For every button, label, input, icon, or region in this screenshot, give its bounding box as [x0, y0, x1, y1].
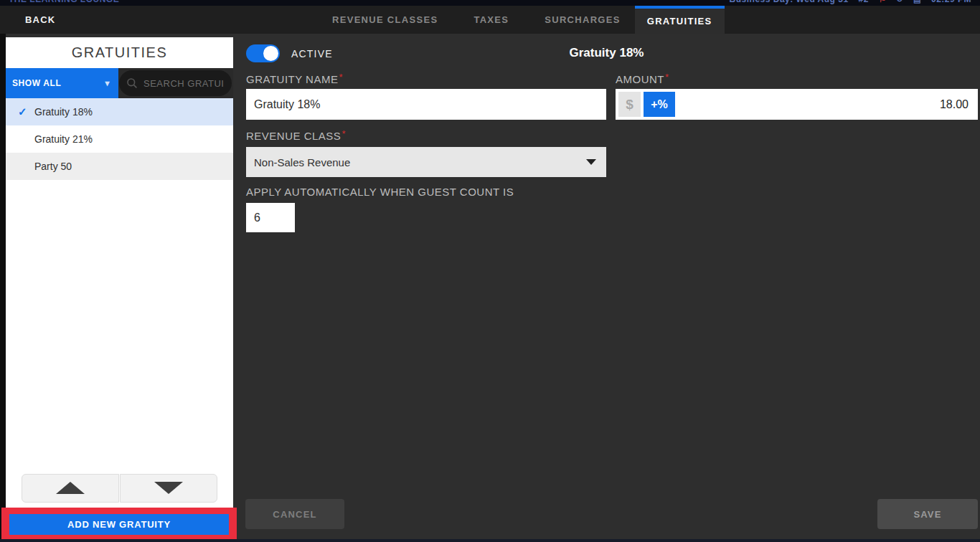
up-arrow-icon: [56, 482, 85, 494]
gratuities-sidebar: GRATUITIES SHOW ALL ▾ ✓ Gratuity 18%: [6, 37, 233, 508]
guest-count-label: APPLY AUTOMATICALLY WHEN GUEST COUNT IS: [246, 186, 514, 198]
tab-revenue-classes[interactable]: REVENUE CLASSES: [332, 6, 438, 34]
search-input[interactable]: [143, 78, 225, 89]
tab-gratuities[interactable]: GRATUITIES: [635, 6, 725, 34]
revenue-class-value: Non-Sales Revenue: [254, 156, 586, 168]
flag-icon: ⚑: [879, 0, 886, 4]
revenue-class-select[interactable]: Non-Sales Revenue: [246, 147, 606, 177]
amount-field: $ +%: [616, 89, 978, 120]
amount-label: AMOUNT*: [616, 72, 669, 85]
form-title: Gratuity 18%: [233, 46, 980, 60]
clock-time: 02:29 PM: [931, 0, 971, 4]
tab-surcharges[interactable]: SURCHARGES: [545, 6, 620, 34]
chevron-down-icon: ▾: [105, 78, 110, 88]
search-box[interactable]: [119, 70, 232, 96]
required-asterisk: *: [339, 72, 343, 82]
sync-icon: ↻: [896, 0, 903, 4]
guest-count-input[interactable]: [246, 203, 295, 232]
gratuity-name-label: GRATUITY NAME*: [246, 72, 343, 85]
card-icon: ▤: [913, 0, 921, 4]
add-new-gratuity-button[interactable]: ADD NEW GRATUITY: [9, 514, 229, 535]
gratuity-form-panel: ACTIVE Gratuity 18% GRATUITY NAME* AMOUN…: [233, 34, 980, 542]
required-asterisk: *: [341, 128, 346, 139]
terminal-number: #2: [859, 0, 869, 4]
bottom-window-edge: [0, 539, 980, 542]
annotation-highlight-box: ADD NEW GRATUITY: [1, 508, 237, 539]
list-item-label: Gratuity 18%: [34, 106, 93, 118]
cancel-button[interactable]: CANCEL: [245, 499, 344, 529]
list-item-party-50[interactable]: Party 50: [6, 153, 233, 180]
search-area: [118, 68, 233, 98]
search-icon: [126, 77, 138, 89]
list-item-gratuity-21[interactable]: Gratuity 21%: [6, 125, 233, 153]
percent-mode-button[interactable]: +%: [644, 92, 675, 117]
dollar-mode-button[interactable]: $: [618, 92, 641, 117]
sidebar-title: GRATUITIES: [6, 37, 233, 68]
down-arrow-icon: [154, 482, 183, 494]
gratuity-list: ✓ Gratuity 18% Gratuity 21% Party 50: [6, 98, 233, 473]
gratuity-name-input[interactable]: [246, 89, 606, 120]
back-button[interactable]: BACK: [25, 6, 55, 34]
sidebar-filter-row: SHOW ALL ▾: [6, 68, 233, 98]
tab-taxes[interactable]: TAXES: [473, 6, 509, 34]
scroll-down-button[interactable]: [120, 474, 217, 503]
business-day-label: Business Day: Wed Aug 31: [730, 0, 849, 4]
required-asterisk: *: [665, 72, 669, 82]
show-all-dropdown[interactable]: SHOW ALL ▾: [6, 68, 118, 98]
tab-bar: REVENUE CLASSES TAXES SURCHARGES GRATUIT…: [332, 6, 725, 34]
show-all-label: SHOW ALL: [12, 78, 61, 88]
dropdown-caret-icon: [586, 159, 596, 165]
left-edge-strip: [0, 34, 6, 542]
list-item-label: Party 50: [34, 161, 72, 172]
top-navbar: BACK REVENUE CLASSES TAXES SURCHARGES GR…: [0, 6, 980, 34]
save-button[interactable]: SAVE: [877, 499, 978, 529]
list-item-gratuity-18[interactable]: ✓ Gratuity 18%: [6, 98, 233, 125]
revenue-class-label: REVENUE CLASS*: [246, 128, 346, 142]
screen: THE LEARNING LOUNGE Business Day: Wed Au…: [0, 0, 980, 542]
window-titlebar: THE LEARNING LOUNGE Business Day: Wed Au…: [0, 0, 980, 6]
scroll-up-button[interactable]: [22, 474, 119, 503]
list-item-label: Gratuity 21%: [34, 133, 93, 145]
check-icon: ✓: [18, 105, 27, 118]
venue-name: THE LEARNING LOUNGE: [9, 0, 119, 4]
list-scroll-controls: [6, 473, 233, 508]
amount-input[interactable]: [678, 98, 975, 111]
